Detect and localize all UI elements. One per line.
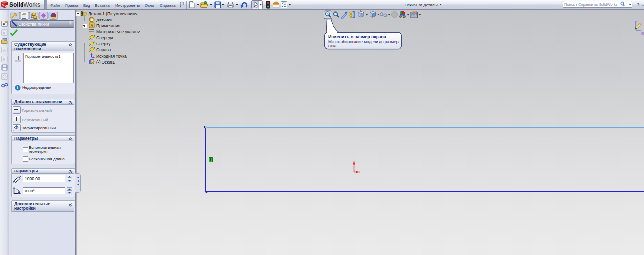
svg-text:S: S (2, 3, 4, 7)
svg-text:A: A (90, 23, 93, 28)
svg-text:A: A (3, 31, 6, 35)
svg-text:A: A (3, 57, 6, 62)
svg-text:W: W (5, 4, 9, 8)
